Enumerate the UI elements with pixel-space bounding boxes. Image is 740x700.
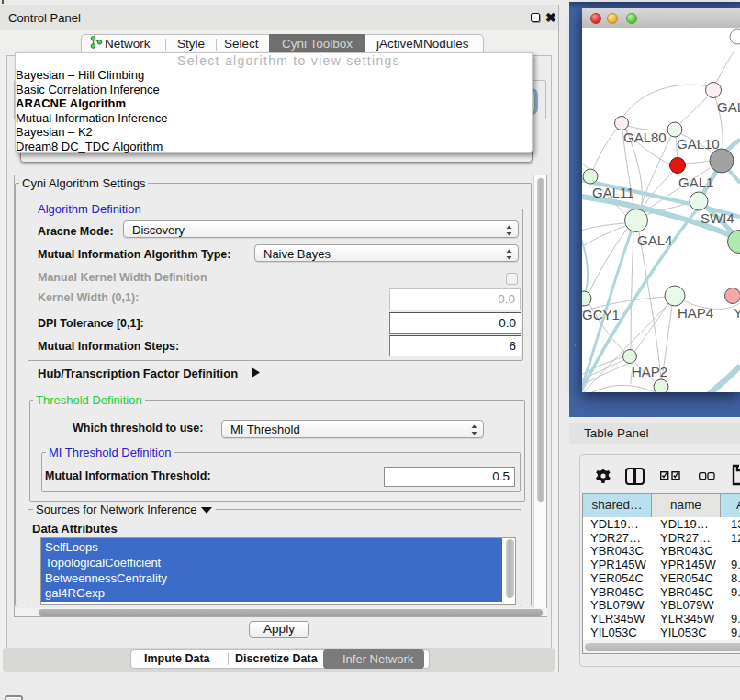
svg-text:GAL10: GAL10	[677, 136, 720, 152]
svg-text:GAL4: GAL4	[637, 232, 672, 248]
svg-text:SWI4: SWI4	[701, 210, 734, 226]
svg-text:YL: YL	[734, 305, 740, 321]
svg-text:GAL1: GAL1	[678, 175, 713, 190]
svg-text:GAL80: GAL80	[623, 130, 667, 145]
svg-text:GAL7: GAL7	[717, 99, 740, 115]
svg-text:GAL11: GAL11	[592, 185, 634, 200]
svg-text:GCY1: GCY1	[582, 307, 620, 322]
svg-text:HAP4: HAP4	[678, 305, 713, 321]
svg-text:HAP2: HAP2	[632, 364, 667, 379]
